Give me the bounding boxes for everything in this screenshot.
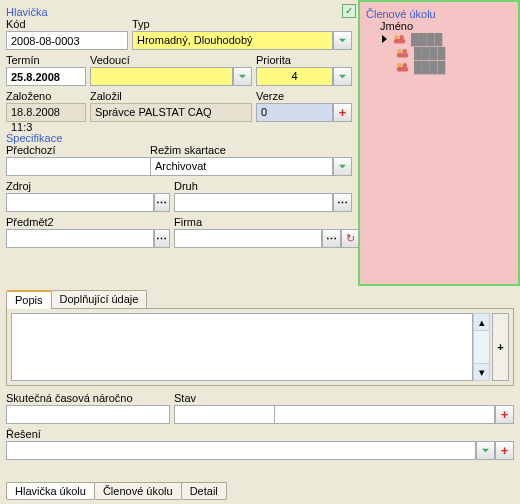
priorita-dropdown-button[interactable]: [333, 67, 352, 86]
predmet2-browse-button[interactable]: ⋯: [154, 229, 170, 248]
rezim-dropdown-button[interactable]: [333, 157, 352, 176]
tree-item[interactable]: ████: [366, 46, 512, 60]
skutecna-input[interactable]: [6, 405, 170, 424]
typ-input[interactable]: Hromadný, Dlouhodobý: [132, 31, 333, 50]
zalozil-label: Založil: [90, 90, 252, 102]
svg-point-6: [397, 63, 401, 67]
druh-label: Druh: [174, 180, 352, 192]
vedouci-label: Vedoucí: [90, 54, 252, 66]
svg-rect-2: [394, 39, 405, 43]
firma-input[interactable]: [174, 229, 322, 248]
header-checkbox[interactable]: ✓: [342, 4, 356, 18]
verze-input[interactable]: 0: [256, 103, 333, 122]
svg-point-0: [394, 35, 398, 39]
predchozi-label: Předchozí: [6, 144, 146, 156]
stav-extra-add-button[interactable]: +: [495, 405, 514, 424]
svg-point-3: [397, 49, 401, 53]
zdroj-browse-button[interactable]: ⋯: [154, 193, 170, 212]
rezim-input[interactable]: Archivovat: [150, 157, 333, 176]
scroll-track[interactable]: [473, 331, 490, 363]
typ-dropdown-button[interactable]: [333, 31, 352, 50]
reseni-label: Řešení: [6, 428, 514, 440]
bottom-tab-clenove[interactable]: Členové úkolu: [94, 482, 182, 500]
users-icon: [396, 61, 410, 73]
termin-label: Termín: [6, 54, 86, 66]
priorita-label: Priorita: [256, 54, 352, 66]
reseni-add-button[interactable]: +: [495, 441, 514, 460]
stav-extra-input[interactable]: [274, 405, 495, 424]
zalozeno-value: 18.8.2008 11:3: [6, 103, 86, 122]
priorita-input[interactable]: 4: [256, 67, 333, 86]
kod-label: Kód: [6, 18, 128, 30]
bottom-tab-detail[interactable]: Detail: [181, 482, 227, 500]
reseni-dropdown-button[interactable]: [476, 441, 495, 460]
users-icon: [393, 33, 407, 45]
predmet2-input[interactable]: [6, 229, 154, 248]
predchozi-input[interactable]: [6, 157, 154, 176]
firma-label: Firma: [174, 216, 360, 228]
svg-rect-5: [397, 53, 408, 57]
stav-extra-label: [274, 392, 514, 404]
zalozil-value: Správce PALSTAT CAQ: [90, 103, 252, 122]
svg-rect-8: [397, 67, 408, 71]
tree-item[interactable]: ████: [366, 32, 512, 46]
scroll-up-button[interactable]: ▴: [473, 313, 490, 331]
skutecna-label: Skutečná časová náročno: [6, 392, 170, 404]
popis-textarea[interactable]: [11, 313, 473, 381]
verze-add-button[interactable]: +: [333, 103, 352, 122]
svg-point-4: [403, 49, 407, 53]
clenove-title: Členové úkolu: [366, 8, 512, 20]
druh-input[interactable]: [174, 193, 333, 212]
svg-point-1: [400, 35, 404, 39]
clenove-panel: Členové úkolu Jméno ████ ████ ████: [358, 0, 520, 286]
svg-point-7: [403, 63, 407, 67]
tree-item-label: ████: [411, 33, 442, 45]
vedouci-dropdown-button[interactable]: [233, 67, 252, 86]
vedouci-input[interactable]: [90, 67, 233, 86]
druh-browse-button[interactable]: ⋯: [333, 193, 352, 212]
tab-popis[interactable]: Popis: [6, 290, 52, 309]
stav-label: Stav: [174, 392, 270, 404]
popis-add-button[interactable]: +: [492, 313, 509, 381]
scrollbar[interactable]: ▴ ▾: [473, 313, 490, 381]
predmet2-label: Předmět2: [6, 216, 170, 228]
tree-item-label: ████: [414, 61, 445, 73]
tree-arrow-icon: [382, 35, 387, 43]
group-hlavicka: Hlavička: [6, 6, 352, 18]
reseni-input[interactable]: [6, 441, 476, 460]
group-specifikace: Specifikace: [6, 132, 352, 144]
tree-item[interactable]: ████: [366, 60, 512, 74]
tree-item-label: ████: [414, 47, 445, 59]
bottom-tab-hlavicka[interactable]: Hlavička úkolu: [6, 482, 95, 500]
zdroj-input[interactable]: [6, 193, 154, 212]
jmeno-header: Jméno: [366, 20, 512, 32]
kod-input[interactable]: [6, 31, 128, 50]
tab-doplnujici[interactable]: Doplňující údaje: [51, 290, 148, 308]
verze-label: Verze: [256, 90, 352, 102]
firma-browse-button[interactable]: ⋯: [322, 229, 341, 248]
zdroj-label: Zdroj: [6, 180, 170, 192]
termin-input[interactable]: [6, 67, 86, 86]
rezim-label: Režim skartace: [150, 144, 352, 156]
users-icon: [396, 47, 410, 59]
zalozeno-label: Založeno: [6, 90, 86, 102]
scroll-down-button[interactable]: ▾: [473, 363, 490, 381]
typ-label: Typ: [132, 18, 352, 30]
